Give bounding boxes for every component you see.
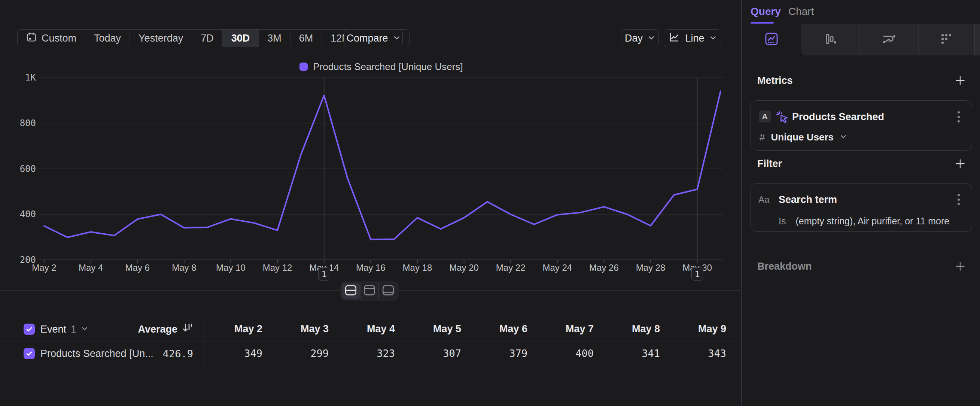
view-switcher — [340, 281, 399, 301]
metric-card[interactable]: A Products Searched # Unique Users — [751, 100, 972, 151]
report-type-insights[interactable] — [742, 24, 801, 56]
panel-scrollbar-gutter[interactable] — [974, 24, 980, 56]
metric-title: Products Searched — [792, 111, 884, 123]
metric-letter-badge: A — [759, 110, 771, 123]
insights-icon — [764, 31, 780, 48]
date-column-header[interactable]: May 8 — [594, 323, 660, 335]
compare-label: Compare — [346, 33, 388, 44]
filter-operator: Is — [779, 216, 786, 227]
query-panel: Query Chart Metrics A Products Searched … — [742, 0, 980, 406]
row-checkbox[interactable] — [24, 348, 35, 359]
add-filter-button[interactable] — [955, 158, 966, 169]
x-axis-tick-label: May 8 — [172, 263, 196, 273]
date-column-headers: May 2May 3May 4May 5May 6May 7May 8May 9 — [196, 317, 726, 342]
cell-value: 299 — [262, 347, 329, 359]
retention-icon — [939, 32, 954, 48]
report-type-flows[interactable] — [859, 24, 918, 56]
filter-condition[interactable]: Is (empty string), Air purifier, or 11 m… — [779, 216, 949, 227]
average-column-header[interactable]: Average — [94, 322, 193, 336]
range-6m[interactable]: 6M — [291, 30, 322, 47]
date-column-header[interactable]: May 4 — [329, 323, 395, 335]
add-metric-button[interactable] — [955, 75, 966, 86]
cell-value: 379 — [461, 347, 527, 359]
split-view-icon — [344, 284, 358, 298]
hash-prefix: # — [759, 131, 765, 143]
y-axis-tick-label: 800 — [0, 118, 36, 129]
add-breakdown-button[interactable] — [955, 261, 966, 272]
report-type-retention[interactable] — [918, 24, 974, 56]
y-axis-tick-label: 400 — [0, 209, 36, 220]
cell-value: 341 — [594, 347, 660, 359]
row-average-value: 426.9 — [94, 347, 193, 359]
select-all-checkbox[interactable] — [24, 323, 35, 335]
y-axis-tick-label: 600 — [0, 164, 36, 174]
chevron-down-icon — [710, 33, 717, 44]
date-column-header[interactable]: May 2 — [196, 323, 262, 335]
range-custom[interactable]: Custom — [18, 30, 85, 47]
x-axis-tick-label: May 20 — [449, 263, 479, 273]
annotation-badge[interactable]: 1 — [318, 267, 330, 280]
date-column-header[interactable]: May 9 — [660, 323, 726, 335]
chevron-down-icon — [81, 323, 88, 335]
kebab-menu-icon[interactable] — [953, 110, 964, 123]
chart-legend[interactable]: Products Searched [Unique Users] — [39, 61, 723, 72]
x-axis-tick-label: May 16 — [356, 263, 385, 273]
split-view-button[interactable] — [342, 283, 360, 299]
date-column-header[interactable]: May 3 — [262, 323, 329, 335]
filter-property-name: Search term — [779, 194, 837, 205]
x-axis-tick-label: May 22 — [496, 263, 525, 273]
chevron-down-icon — [393, 33, 401, 44]
string-type-badge: Aa — [758, 194, 769, 205]
range-today[interactable]: Today — [85, 30, 130, 47]
table-header-row: Event 1 Average May 2May 3May 4May 5May … — [0, 317, 741, 342]
cell-value: 343 — [660, 347, 726, 359]
funnels-icon — [822, 31, 838, 48]
event-dropdown[interactable]: Event 1 — [40, 323, 88, 335]
cell-value: 307 — [395, 347, 461, 359]
range-30d[interactable]: 30D — [223, 30, 259, 47]
range-7d[interactable]: 7D — [192, 30, 223, 47]
metrics-heading: Metrics — [757, 75, 793, 86]
calendar-icon — [26, 32, 37, 45]
chart-type-label: Line — [685, 33, 704, 44]
date-column-header[interactable]: May 7 — [527, 323, 594, 335]
table-only-view-icon — [382, 284, 395, 298]
x-axis-tick-label: May 26 — [589, 263, 619, 273]
filter-card[interactable]: Aa Search term Is (empty string), Air pu… — [751, 183, 972, 232]
kebab-menu-icon[interactable] — [953, 193, 964, 206]
flows-icon — [881, 31, 897, 49]
cell-value: 323 — [329, 347, 395, 359]
chevron-down-icon — [840, 133, 847, 142]
sort-icon — [182, 322, 193, 336]
legend-label: Products Searched [Unique Users] — [313, 61, 463, 73]
average-column-divider — [204, 317, 204, 366]
compare-button[interactable]: Compare — [344, 29, 403, 47]
row-date-values: 349299323307379400341343 — [196, 342, 726, 365]
report-type-switcher — [742, 24, 980, 56]
date-column-header[interactable]: May 5 — [395, 323, 461, 335]
x-axis-tick-label: May 2 — [32, 263, 56, 273]
event-count: 1 — [71, 323, 76, 335]
range-yesterday[interactable]: Yesterday — [130, 30, 192, 47]
annotation-badge[interactable]: 1 — [691, 267, 703, 280]
date-column-header[interactable]: May 6 — [461, 323, 527, 335]
tab-chart[interactable]: Chart — [788, 6, 814, 18]
chart-only-view-button[interactable] — [360, 283, 379, 299]
granularity-button[interactable]: Day — [621, 29, 659, 47]
range-3m[interactable]: 3M — [259, 30, 291, 47]
report-type-funnels[interactable] — [801, 24, 859, 56]
x-axis-tick-label: May 24 — [542, 263, 572, 273]
legend-swatch — [299, 62, 308, 71]
tab-query[interactable]: Query — [751, 6, 781, 18]
active-tab-underline — [751, 22, 774, 24]
x-axis-tick-label: May 6 — [126, 263, 150, 273]
chart-type-button[interactable]: Line — [664, 29, 721, 47]
x-axis-tick-label: May 18 — [403, 263, 432, 273]
x-axis-tick-label: May 28 — [636, 263, 665, 273]
aggregation-dropdown[interactable]: # Unique Users — [759, 131, 847, 143]
filter-heading: Filter — [757, 158, 782, 170]
x-axis-tick-label: May 12 — [263, 263, 292, 273]
table-only-view-button[interactable] — [379, 283, 397, 299]
table-row[interactable]: Products Searched [Un... 426.9 349299323… — [0, 342, 741, 365]
report-main-area: CustomTodayYesterday7D30D3M6M12MXTD Comp… — [0, 0, 741, 406]
